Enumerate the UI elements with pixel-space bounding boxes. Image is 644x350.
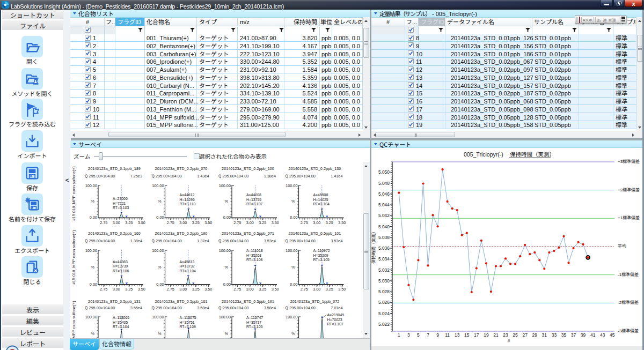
svg-text:5.048: 5.048 <box>378 180 390 186</box>
svg-text:%: % <box>91 331 95 336</box>
svg-text:3.50: 3.50 <box>138 220 145 225</box>
svg-text:平均: 平均 <box>618 243 626 249</box>
svg-text:7.01e4: 7.01e4 <box>331 305 342 310</box>
svg-text:2.75: 2.75 <box>167 286 174 292</box>
svg-text:20140123a_STD_0.1ppb_189: 20140123a_STD_0.1ppb_189 <box>88 166 141 171</box>
svg-text:+1標準偏差: +1標準偏差 <box>618 214 640 220</box>
svg-text:2.75: 2.75 <box>100 220 107 225</box>
svg-text:45: 45 <box>610 331 615 338</box>
svg-text:#15 018_MPP oxon sulfone(+): #15 018_MPP oxon sulfone(+) <box>70 230 76 285</box>
svg-text:20140123a_STD_0.2ppb_190: 20140123a_STD_0.2ppb_190 <box>155 230 208 236</box>
svg-text:5: 5 <box>417 331 420 338</box>
svg-text:100.00: 100.00 <box>286 248 297 253</box>
svg-text:5.032: 5.032 <box>378 266 390 273</box>
svg-text:RT=3.107: RT=3.107 <box>327 321 343 326</box>
svg-text:Q 295.00>104.00: Q 295.00>104.00 <box>286 238 316 243</box>
svg-text:0.00: 0.00 <box>156 214 164 220</box>
svg-text:20140123a_STD_0.2ppb_130: 20140123a_STD_0.2ppb_130 <box>289 166 341 171</box>
svg-text:100.00: 100.00 <box>219 314 231 319</box>
svg-text:%: % <box>291 198 295 204</box>
svg-text:100.00: 100.00 <box>85 314 97 319</box>
svg-text:保持時間（実測）: 保持時間（実測） <box>510 150 555 158</box>
svg-text:100.00: 100.00 <box>219 248 231 253</box>
svg-text:Q 295.00>104.00: Q 295.00>104.00 <box>218 238 248 243</box>
svg-text:RT=3.109: RT=3.109 <box>180 324 196 329</box>
svg-text:25: 25 <box>513 331 518 338</box>
svg-text:20140123a_STD_0.5ppb_071: 20140123a_STD_0.5ppb_071 <box>222 230 274 236</box>
svg-text:Q 295.00>104.00: Q 295.00>104.00 <box>218 305 248 310</box>
svg-text:11: 11 <box>445 331 450 338</box>
svg-text:29: 29 <box>532 331 538 338</box>
svg-text:2.75: 2.75 <box>301 220 308 225</box>
svg-text:3.50: 3.50 <box>204 286 212 292</box>
svg-text:100.00: 100.00 <box>85 183 97 188</box>
svg-text:+2標準偏差: +2標準偏差 <box>618 187 640 192</box>
svg-text:3.00: 3.00 <box>179 220 187 225</box>
svg-text:33: 33 <box>552 331 557 338</box>
svg-text:Q 295.00>104.00: Q 295.00>104.00 <box>286 305 316 310</box>
svg-text:3.50: 3.50 <box>138 286 145 292</box>
svg-text:100.00: 100.00 <box>286 183 297 188</box>
svg-text:20140123a_STD_0.5ppb_191: 20140123a_STD_0.5ppb_191 <box>222 299 274 304</box>
svg-text:3.25: 3.25 <box>125 286 133 292</box>
svg-text:0.00: 0.00 <box>90 214 97 220</box>
svg-text:%: % <box>291 264 295 270</box>
svg-text:3.50: 3.50 <box>204 220 212 225</box>
svg-text:41: 41 <box>590 331 596 338</box>
svg-text:3.53e4: 3.53e4 <box>331 238 342 243</box>
svg-text:-3標準偏差: -3標準偏差 <box>618 327 639 333</box>
svg-text:3.53e4: 3.53e4 <box>264 238 276 243</box>
svg-text:保持時間（実測）: 保持時間（実測） <box>371 229 376 264</box>
svg-text:3.00: 3.00 <box>246 286 254 292</box>
svg-text:13: 13 <box>455 331 460 338</box>
svg-text:%: % <box>91 198 95 204</box>
svg-text:Q 295.00>104.00: Q 295.00>104.00 <box>85 305 115 310</box>
svg-text:%: % <box>158 331 162 336</box>
svg-text:3.00: 3.00 <box>313 220 320 225</box>
svg-text:43: 43 <box>600 331 605 338</box>
svg-text:5.024: 5.024 <box>378 310 390 316</box>
svg-text:0.00: 0.00 <box>90 281 97 287</box>
svg-text:%: % <box>225 331 229 336</box>
svg-text:Q 295.00>104.00: Q 295.00>104.00 <box>85 173 115 178</box>
svg-text:3.58e4: 3.58e4 <box>197 305 209 310</box>
svg-text:RT=3.105: RT=3.105 <box>246 324 262 329</box>
svg-text:2.75: 2.75 <box>233 286 241 292</box>
svg-text:%: % <box>158 198 162 204</box>
svg-text:3.00: 3.00 <box>179 286 187 292</box>
svg-text:%: % <box>225 198 229 204</box>
svg-text:100.00: 100.00 <box>286 314 297 319</box>
svg-text:#: # <box>508 337 510 344</box>
svg-text:19: 19 <box>484 331 489 338</box>
svg-text:RT=3.106: RT=3.106 <box>113 268 129 273</box>
svg-text:5.042: 5.042 <box>378 212 390 218</box>
svg-text:20140123a_STD_0.2ppb_100: 20140123a_STD_0.2ppb_100 <box>222 166 274 171</box>
svg-text:0.00: 0.00 <box>223 281 231 287</box>
svg-text:3.25: 3.25 <box>125 220 133 225</box>
svg-text:5.050: 5.050 <box>378 168 390 175</box>
svg-text:20140123a_STD_1ppb_072: 20140123a_STD_1ppb_072 <box>290 299 340 304</box>
svg-text:RT=3.105: RT=3.105 <box>313 257 330 262</box>
svg-text:RT=3.110: RT=3.110 <box>180 201 196 206</box>
svg-text:3.50: 3.50 <box>272 220 279 225</box>
svg-text:39: 39 <box>581 331 586 338</box>
svg-text:100.00: 100.00 <box>152 183 164 188</box>
svg-text:5.036: 5.036 <box>378 244 390 251</box>
svg-text:31: 31 <box>542 331 547 338</box>
svg-text:+3標準偏差: +3標準偏差 <box>618 158 640 164</box>
svg-text:0.00: 0.00 <box>290 214 297 220</box>
svg-text:1.38e4: 1.38e4 <box>130 238 142 243</box>
svg-text:100.00: 100.00 <box>219 183 231 188</box>
svg-text:005_Triclopyr(-): 005_Triclopyr(-) <box>464 150 503 158</box>
svg-text:100.00: 100.00 <box>152 248 164 253</box>
svg-text:9: 9 <box>436 331 439 338</box>
svg-text:15: 15 <box>464 331 470 338</box>
svg-text:5.022: 5.022 <box>378 321 390 327</box>
svg-text:Q 295.00>104.00: Q 295.00>104.00 <box>152 173 182 178</box>
svg-text:20140123a_STD_0.5ppb_161: 20140123a_STD_0.5ppb_161 <box>155 299 208 304</box>
svg-text:5.030: 5.030 <box>378 277 390 284</box>
svg-text:%: % <box>158 264 162 270</box>
svg-text:20140123a_STD_0.2ppb_070: 20140123a_STD_0.2ppb_070 <box>155 166 208 171</box>
svg-text:Q 295.00>104.00: Q 295.00>104.00 <box>286 173 316 178</box>
svg-text:-2標準偏差: -2標準偏差 <box>618 299 639 305</box>
